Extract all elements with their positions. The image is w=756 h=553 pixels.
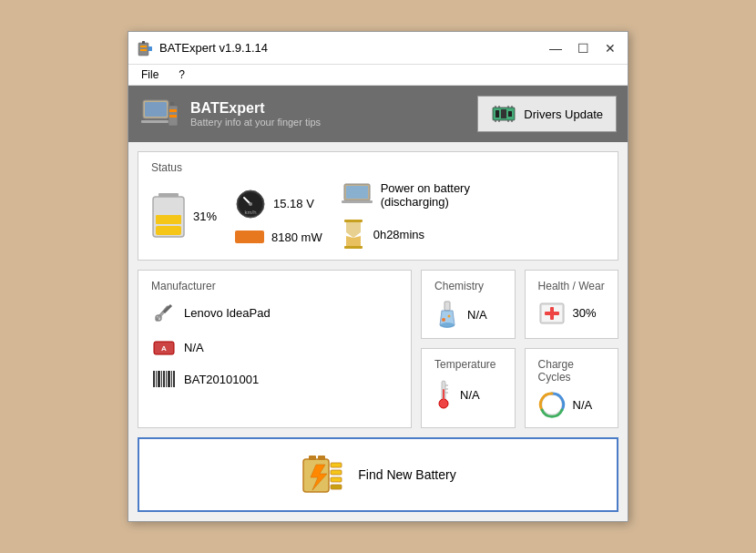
time-remaining: 0h28mins	[373, 228, 424, 241]
window-title: BATExpert v1.9.1.14	[159, 41, 268, 55]
svg-point-56	[448, 315, 451, 318]
chemistry-icon	[434, 300, 460, 329]
chemistry-title: Chemistry	[434, 280, 501, 292]
voltage-icon: km/h	[235, 189, 266, 220]
serial-number: BAT20101001	[184, 373, 259, 386]
model-icon: A	[151, 334, 177, 360]
power-row: 8180 mW	[235, 230, 322, 244]
title-controls: — ☐ ✕	[546, 38, 620, 58]
find-new-battery-button[interactable]: Find New Battery	[138, 437, 618, 512]
content-area: Status 31%	[128, 142, 628, 521]
chemistry-row: N/A	[434, 300, 501, 329]
charge-cycles-icon	[538, 391, 566, 418]
brand-text: BATExpert Battery info at your finger ti…	[190, 100, 321, 128]
power-state-text: Power on battery (discharging)	[381, 181, 470, 209]
chemistry-value: N/A	[467, 308, 487, 322]
svg-rect-69	[309, 456, 316, 460]
manufacturer-title: Manufacturer	[151, 280, 398, 292]
menu-bar: File ?	[128, 65, 628, 86]
svg-rect-37	[344, 246, 363, 249]
power-state-line2: (discharging)	[381, 195, 470, 209]
header-brand: BATExpert Battery info at your finger ti…	[139, 93, 321, 135]
svg-rect-60	[545, 312, 559, 315]
svg-rect-72	[331, 470, 342, 475]
svg-rect-44	[153, 371, 155, 387]
voltage-row: km/h 15.18 V	[235, 189, 322, 220]
find-battery-label: Find New Battery	[358, 467, 455, 482]
svg-rect-3	[140, 49, 147, 51]
svg-rect-71	[331, 463, 342, 467]
brand-icon	[139, 93, 181, 135]
title-bar-left: BATExpert v1.9.1.14	[136, 39, 268, 57]
header-bar: BATExpert Battery info at your finger ti…	[128, 86, 628, 142]
charge-cycles-panel: Charge Cycles N/A	[525, 348, 618, 428]
serial-row: BAT20101001	[151, 369, 398, 389]
charge-cycles-value: N/A	[573, 398, 593, 412]
svg-rect-2	[140, 46, 147, 47]
laptop-icon	[341, 181, 373, 209]
menu-help[interactable]: ?	[173, 67, 190, 83]
svg-rect-47	[161, 371, 162, 387]
power-value: 8180 mW	[271, 230, 322, 244]
svg-rect-9	[170, 102, 174, 106]
svg-rect-15	[508, 111, 512, 117]
svg-rect-36	[344, 220, 363, 222]
close-button[interactable]: ✕	[600, 38, 620, 58]
manufacturer-model-row: A N/A	[151, 334, 398, 360]
svg-rect-27	[156, 215, 181, 224]
temperature-value: N/A	[460, 388, 480, 402]
app-tagline: Battery info at your finger tips	[190, 117, 321, 128]
svg-rect-63	[443, 389, 444, 402]
svg-point-54	[440, 323, 455, 328]
svg-rect-14	[501, 109, 506, 118]
svg-rect-46	[158, 371, 160, 387]
drivers-update-button[interactable]: Drivers Update	[477, 96, 617, 132]
battery-icon	[151, 191, 186, 241]
svg-rect-1	[142, 41, 145, 44]
time-remaining-row: 0h28mins	[341, 218, 470, 251]
health-value: 30%	[573, 306, 597, 320]
svg-rect-4	[148, 46, 152, 51]
voltage-value: 15.18 V	[273, 197, 314, 210]
find-battery-icon	[300, 452, 345, 497]
info-grid: Manufacturer Lenovo IdeaPad A N/	[138, 270, 618, 428]
svg-rect-73	[331, 477, 342, 482]
app-window: BATExpert v1.9.1.14 — ☐ ✕ File ? BA	[128, 31, 628, 522]
svg-rect-7	[141, 120, 172, 123]
svg-rect-10	[169, 109, 177, 112]
svg-rect-11	[169, 115, 177, 118]
svg-rect-51	[171, 371, 172, 387]
svg-rect-26	[156, 226, 181, 235]
manufacturer-name-row: Lenovo IdeaPad	[151, 300, 398, 325]
manufacturer-model: N/A	[184, 341, 204, 354]
app-name: BATExpert	[190, 100, 321, 117]
power-state-item: Power on battery (discharging)	[341, 181, 470, 251]
battery-status-item: 31%	[151, 191, 217, 241]
drivers-icon	[491, 104, 516, 124]
health-row: 30%	[538, 300, 605, 325]
svg-rect-13	[495, 110, 499, 118]
svg-rect-70	[318, 456, 325, 460]
svg-point-55	[442, 318, 445, 322]
temperature-title: Temperature	[434, 358, 501, 371]
power-state-row: Power on battery (discharging)	[341, 181, 470, 209]
svg-rect-49	[166, 371, 167, 387]
minimize-button[interactable]: —	[546, 38, 566, 58]
tools-icon	[151, 300, 177, 325]
menu-file[interactable]: File	[136, 67, 164, 83]
temperature-row: N/A	[434, 378, 501, 411]
hourglass-icon	[341, 218, 366, 251]
maximize-button[interactable]: ☐	[573, 38, 593, 58]
charge-cycles-title: Charge Cycles	[538, 358, 605, 384]
svg-rect-35	[342, 200, 373, 203]
temperature-panel: Temperature N/A	[421, 348, 515, 428]
svg-rect-50	[168, 371, 170, 387]
status-panel: Status 31%	[138, 151, 618, 261]
svg-text:km/h: km/h	[245, 210, 257, 215]
drivers-update-label: Drivers Update	[524, 108, 603, 121]
voltage-power-item: km/h 15.18 V 8180 mW	[235, 189, 322, 244]
chemistry-panel: Chemistry N/A	[421, 270, 515, 339]
manufacturer-panel: Manufacturer Lenovo IdeaPad A N/	[138, 270, 412, 428]
manufacturer-name: Lenovo IdeaPad	[184, 306, 271, 320]
svg-rect-48	[163, 371, 165, 387]
